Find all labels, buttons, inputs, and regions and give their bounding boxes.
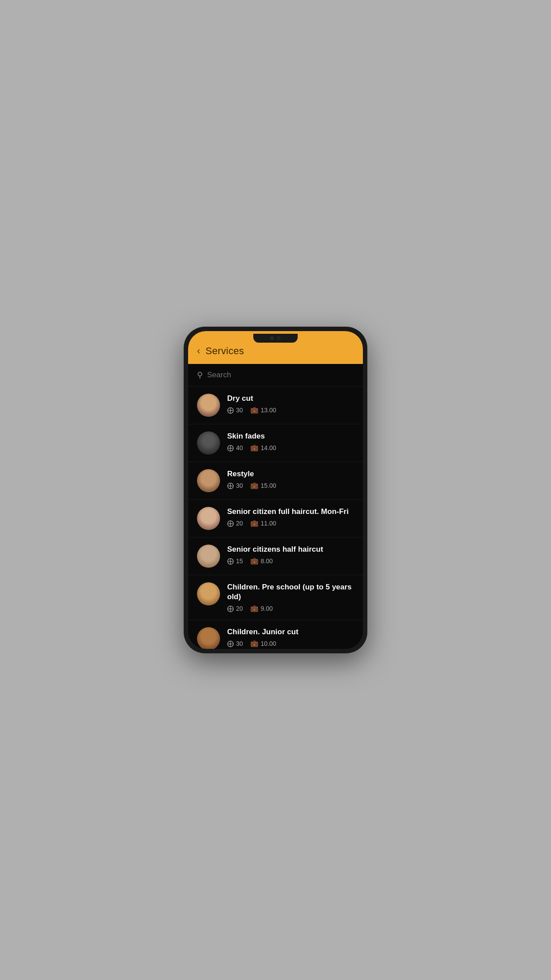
service-info-dry-cut: Dry cut ⨁ 30 💼 13.00: [227, 394, 354, 414]
service-name-children-preschool: Children. Pre school (up to 5 years old): [227, 582, 354, 602]
price-value-senior-full: 11.00: [261, 520, 276, 527]
service-name-senior-half: Senior citizens half haircut: [227, 545, 354, 554]
price-value-children-preschool: 9.00: [261, 605, 273, 612]
service-meta-restyle: ⨁ 30 💼 15.00: [227, 482, 354, 490]
service-name-restyle: Restyle: [227, 469, 354, 479]
service-name-children-junior: Children. Junior cut: [227, 627, 354, 637]
service-price-children-preschool: 💼 9.00: [250, 605, 273, 612]
camera-dot-2: [276, 336, 281, 340]
price-icon-dry-cut: 💼: [250, 406, 259, 414]
service-info-skin-fades: Skin fades ⨁ 40 💼 14.00: [227, 431, 354, 452]
service-item-senior-half[interactable]: Senior citizens half haircut ⨁ 15 💼 8.00: [188, 537, 363, 575]
service-info-children-preschool: Children. Pre school (up to 5 years old)…: [227, 582, 354, 612]
search-icon: ⚲: [197, 370, 203, 380]
clock-icon-senior-half: ⨁: [227, 557, 234, 565]
clock-icon-restyle: ⨁: [227, 482, 234, 490]
service-list: Dry cut ⨁ 30 💼 13.00 Skin fades: [188, 387, 363, 649]
clock-icon-senior-full: ⨁: [227, 519, 234, 527]
search-input[interactable]: [207, 371, 354, 379]
service-item-skin-fades[interactable]: Skin fades ⨁ 40 💼 14.00: [188, 424, 363, 462]
duration-value-skin-fades: 40: [236, 444, 243, 451]
service-info-senior-full: Senior citizen full haircut. Mon-Fri ⨁ 2…: [227, 507, 354, 527]
clock-icon-skin-fades: ⨁: [227, 444, 234, 452]
service-meta-children-junior: ⨁ 30 💼 10.00: [227, 640, 354, 648]
service-duration-dry-cut: ⨁ 30: [227, 406, 243, 414]
service-duration-senior-full: ⨁ 20: [227, 519, 243, 527]
service-avatar-restyle: [197, 469, 220, 492]
service-item-children-preschool[interactable]: Children. Pre school (up to 5 years old)…: [188, 575, 363, 620]
duration-value-senior-full: 20: [236, 520, 243, 527]
service-info-restyle: Restyle ⨁ 30 💼 15.00: [227, 469, 354, 490]
service-avatar-senior-full: [197, 507, 220, 530]
service-duration-children-junior: ⨁ 30: [227, 640, 243, 648]
service-info-senior-half: Senior citizens half haircut ⨁ 15 💼 8.00: [227, 545, 354, 565]
service-duration-restyle: ⨁ 30: [227, 482, 243, 490]
service-duration-skin-fades: ⨁ 40: [227, 444, 243, 452]
price-value-dry-cut: 13.00: [261, 407, 276, 414]
price-icon-senior-half: 💼: [250, 557, 259, 565]
duration-value-children-preschool: 20: [236, 605, 243, 612]
service-item-senior-full[interactable]: Senior citizen full haircut. Mon-Fri ⨁ 2…: [188, 500, 363, 537]
clock-icon-dry-cut: ⨁: [227, 406, 234, 414]
service-avatar-children-junior: [197, 627, 220, 649]
duration-value-children-junior: 30: [236, 640, 243, 647]
service-name-dry-cut: Dry cut: [227, 394, 354, 403]
service-price-children-junior: 💼 10.00: [250, 640, 276, 648]
service-name-senior-full: Senior citizen full haircut. Mon-Fri: [227, 507, 354, 517]
service-meta-children-preschool: ⨁ 20 💼 9.00: [227, 605, 354, 612]
service-meta-skin-fades: ⨁ 40 💼 14.00: [227, 444, 354, 452]
service-meta-senior-full: ⨁ 20 💼 11.00: [227, 519, 354, 527]
duration-value-restyle: 30: [236, 482, 243, 489]
page-title: Services: [205, 345, 244, 357]
service-avatar-senior-half: [197, 545, 220, 568]
price-icon-restyle: 💼: [250, 482, 259, 490]
service-avatar-children-preschool: [197, 582, 220, 605]
price-icon-senior-full: 💼: [250, 519, 259, 527]
service-info-children-junior: Children. Junior cut ⨁ 30 💼 10.00: [227, 627, 354, 648]
service-avatar-dry-cut: [197, 394, 220, 417]
service-name-skin-fades: Skin fades: [227, 431, 354, 441]
duration-value-senior-half: 15: [236, 557, 243, 565]
service-price-senior-half: 💼 8.00: [250, 557, 273, 565]
price-icon-skin-fades: 💼: [250, 444, 259, 452]
phone-screen: ‹ Services ⚲ Dry cut ⨁ 30 💼: [188, 331, 363, 649]
camera-dot-1: [270, 336, 274, 340]
service-item-children-junior[interactable]: Children. Junior cut ⨁ 30 💼 10.00: [188, 620, 363, 649]
service-meta-senior-half: ⨁ 15 💼 8.00: [227, 557, 354, 565]
price-value-children-junior: 10.00: [261, 640, 276, 647]
back-button[interactable]: ‹: [197, 346, 200, 356]
price-icon-children-junior: 💼: [250, 640, 259, 648]
price-value-skin-fades: 14.00: [261, 444, 276, 451]
phone-frame: ‹ Services ⚲ Dry cut ⨁ 30 💼: [184, 327, 367, 653]
service-price-restyle: 💼 15.00: [250, 482, 276, 490]
clock-icon-children-preschool: ⨁: [227, 605, 234, 612]
service-price-skin-fades: 💼 14.00: [250, 444, 276, 452]
app-content: ⚲ Dry cut ⨁ 30 💼 13.00: [188, 364, 363, 649]
price-value-senior-half: 8.00: [261, 557, 273, 565]
service-price-senior-full: 💼 11.00: [250, 519, 276, 527]
search-bar[interactable]: ⚲: [188, 364, 363, 387]
service-meta-dry-cut: ⨁ 30 💼 13.00: [227, 406, 354, 414]
service-duration-senior-half: ⨁ 15: [227, 557, 243, 565]
price-icon-children-preschool: 💼: [250, 605, 259, 612]
notch-area: [188, 331, 363, 345]
service-duration-children-preschool: ⨁ 20: [227, 605, 243, 612]
notch: [253, 334, 298, 343]
service-item-restyle[interactable]: Restyle ⨁ 30 💼 15.00: [188, 462, 363, 500]
service-item-dry-cut[interactable]: Dry cut ⨁ 30 💼 13.00: [188, 387, 363, 424]
service-price-dry-cut: 💼 13.00: [250, 406, 276, 414]
clock-icon-children-junior: ⨁: [227, 640, 234, 648]
service-avatar-skin-fades: [197, 431, 220, 454]
duration-value-dry-cut: 30: [236, 407, 243, 414]
price-value-restyle: 15.00: [261, 482, 276, 489]
